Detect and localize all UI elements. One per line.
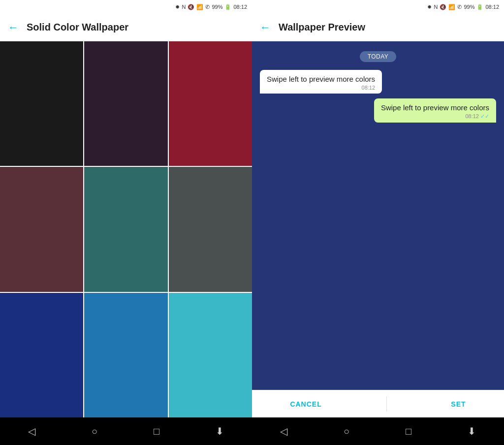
- left-nav-recent[interactable]: □: [154, 426, 159, 437]
- color-cell-2[interactable]: [169, 41, 252, 166]
- right-back-arrow[interactable]: ←: [260, 21, 271, 34]
- color-cell-6[interactable]: [0, 293, 83, 417]
- today-badge: TODAY: [360, 51, 397, 62]
- right-nfc-icon: N: [434, 4, 438, 10]
- received-bubble-time: 08:12: [267, 85, 375, 91]
- left-screen: ✹ N 🔇 📶 ✆ 99% 🔋 08:12 ← Solid Color Wall…: [0, 0, 252, 445]
- right-status-bar: ✹ N 🔇 📶 ✆ 99% 🔋 08:12: [252, 0, 504, 14]
- right-wifi-icon: 📶: [448, 4, 455, 10]
- messages-container: Swipe left to preview more colors 08:12 …: [252, 70, 504, 127]
- right-nav-bar: ◁ ○ □ ⬇: [252, 417, 504, 445]
- preview-buttons-bar: CANCEL SET: [252, 390, 504, 417]
- left-status-bar: ✹ N 🔇 📶 ✆ 99% 🔋 08:12: [0, 0, 252, 14]
- left-battery: 99%: [212, 4, 222, 10]
- left-title: Solid Color Wallpaper: [27, 22, 128, 33]
- color-cell-5[interactable]: [169, 167, 252, 291]
- right-nav-down[interactable]: ⬇: [468, 425, 476, 437]
- right-screen: ✹ N 🔇 📶 ✆ 99% 🔋 08:12 ← Wallpaper Previe…: [252, 0, 504, 445]
- color-cell-8[interactable]: [169, 293, 252, 417]
- right-app-bar: ← Wallpaper Preview: [252, 14, 504, 41]
- color-cell-7[interactable]: [84, 293, 167, 417]
- color-cell-4[interactable]: [84, 167, 167, 291]
- set-button[interactable]: SET: [439, 396, 477, 412]
- wallpaper-preview-area: TODAY Swipe left to preview more colors …: [252, 41, 504, 390]
- checkmarks-icon: ✓✓: [480, 113, 489, 119]
- button-divider: [386, 397, 387, 412]
- right-mute-icon: 🔇: [440, 4, 446, 10]
- left-app-bar: ← Solid Color Wallpaper: [0, 14, 252, 41]
- received-bubble-text: Swipe left to preview more colors: [267, 75, 375, 83]
- color-cell-0[interactable]: [0, 41, 83, 166]
- sent-time-label: 08:12: [465, 113, 479, 119]
- mute-icon: 🔇: [188, 4, 194, 10]
- cancel-button[interactable]: CANCEL: [278, 396, 333, 412]
- right-signal-icon: ✆: [457, 4, 462, 10]
- battery-icon: 🔋: [224, 4, 231, 10]
- right-nav-recent[interactable]: □: [406, 426, 411, 437]
- sent-bubble-text: Swipe left to preview more colors: [381, 103, 489, 112]
- right-nav-back[interactable]: ◁: [280, 425, 287, 437]
- sent-bubble: Swipe left to preview more colors 08:12 …: [374, 98, 496, 123]
- right-time: 08:12: [485, 4, 499, 10]
- right-status-icons: ✹ N 🔇 📶 ✆ 99% 🔋 08:12: [427, 4, 499, 10]
- sent-bubble-time: 08:12 ✓✓: [381, 113, 489, 120]
- color-cell-3[interactable]: [0, 167, 83, 291]
- left-status-icons: ✹ N 🔇 📶 ✆ 99% 🔋 08:12: [175, 4, 247, 10]
- right-title: Wallpaper Preview: [279, 22, 365, 33]
- color-grid: [0, 41, 252, 417]
- received-bubble: Swipe left to preview more colors 08:12: [260, 70, 382, 94]
- right-bluetooth-icon: ✹: [427, 4, 432, 10]
- signal-icon: ✆: [205, 4, 210, 10]
- left-time: 08:12: [233, 4, 247, 10]
- left-nav-home[interactable]: ○: [92, 426, 97, 437]
- left-back-arrow[interactable]: ←: [8, 21, 19, 34]
- right-battery: 99%: [464, 4, 474, 10]
- bluetooth-icon: ✹: [175, 4, 180, 10]
- left-nav-down[interactable]: ⬇: [216, 425, 224, 437]
- left-nav-back[interactable]: ◁: [28, 425, 35, 437]
- wifi-icon: 📶: [196, 4, 203, 10]
- nfc-icon: N: [182, 4, 186, 10]
- color-cell-1[interactable]: [84, 41, 167, 166]
- left-nav-bar: ◁ ○ □ ⬇: [0, 417, 252, 445]
- right-nav-home[interactable]: ○: [344, 426, 349, 437]
- right-battery-icon: 🔋: [476, 4, 483, 10]
